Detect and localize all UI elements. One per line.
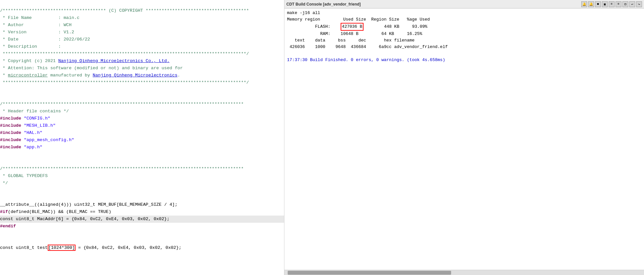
code-line-7: ****************************************… xyxy=(0,51,249,56)
console-line-build-finished: 17:37:30 Build Finished. 0 errors, 0 war… xyxy=(287,57,641,63)
code-line-2: * File Name : main.c xyxy=(0,15,79,20)
array-size-box: [1024*300] xyxy=(48,245,76,251)
console-line-data: 426036 1000 9648 436684 6a9cc adv_vendor… xyxy=(287,44,641,50)
code-line-14: * Header file contains */ xyxy=(0,109,69,114)
toolbar-btn-4[interactable]: ▣ xyxy=(602,1,608,7)
toolbar-btn-8[interactable]: ↩ xyxy=(629,1,635,7)
console-line-col-header: text data bss dec hex filename xyxy=(287,37,641,44)
console-line-make: make -j16 all xyxy=(287,10,641,16)
code-line-19: #include "app.h" xyxy=(0,145,42,150)
console-line-header: Memory region Used Size Region Size %age… xyxy=(287,16,641,23)
nanjing-link[interactable]: Nanjing Qinheng Microelectronics Co., Lt… xyxy=(58,58,169,63)
toolbar-btn-1[interactable]: 🔔 xyxy=(581,1,587,7)
code-line-28: #endif xyxy=(0,224,16,229)
code-line-21: /***************************************… xyxy=(0,166,244,171)
console-title: CDT Build Console [adv_vendor_friend] xyxy=(286,2,361,7)
toolbar-btn-7[interactable]: ⊟ xyxy=(622,1,628,7)
console-line-blank xyxy=(287,50,641,57)
console-header-bar: CDT Build Console [adv_vendor_friend] 🔔 … xyxy=(284,0,644,8)
code-line-8: * Copyright (c) 2021 Nanjing Qinheng Mic… xyxy=(0,58,170,63)
toolbar-btn-9[interactable]: ↪ xyxy=(636,1,642,7)
code-line-1: /***************************************… xyxy=(0,8,249,13)
code-line-10: * microcontroller manufactured by Nanjin… xyxy=(0,73,180,78)
code-editor-panel: /***************************************… xyxy=(0,0,284,275)
code-line-30: const uint8_t test[1024*300] = {0x84, 0x… xyxy=(0,245,181,251)
code-line-3: * Author : WCH xyxy=(0,23,72,27)
code-line-9: * Attention: This software (modified or … xyxy=(0,66,183,71)
code-line-17: #include "HAL.h" xyxy=(0,130,42,135)
cdt-build-console: CDT Build Console [adv_vendor_friend] 🔔 … xyxy=(284,0,644,275)
code-line-5: * Date : 2022/06/22 xyxy=(0,37,90,42)
code-content: /***************************************… xyxy=(0,0,284,266)
code-line-23: */ xyxy=(0,181,8,186)
console-toolbar: 🔔 🔔 ■ ▣ ≡ ≡ ⊟ ↩ ↪ xyxy=(581,1,642,7)
flash-value-box: 427036 B xyxy=(341,23,364,31)
code-line-6: * Description : xyxy=(0,44,61,49)
code-line-4: * Version : V1.2 xyxy=(0,30,74,35)
toolbar-btn-6[interactable]: ≡ xyxy=(616,1,621,7)
code-line-26: #if(defined(BLE_MAC)) && (BLE_MAC == TRU… xyxy=(0,209,111,214)
code-line-25: __attribute__((aligned(4))) uint32_t MEM… xyxy=(0,202,178,207)
code-line-13: /***************************************… xyxy=(0,102,244,106)
console-output[interactable]: make -j16 all Memory region Used Size Re… xyxy=(284,8,644,270)
code-line-16: #include "MESH_LIB.h" xyxy=(0,123,56,128)
code-line-18: #include "app_mesh_config.h" xyxy=(0,138,74,142)
toolbar-btn-2[interactable]: 🔔 xyxy=(588,1,594,7)
nanjing-link2[interactable]: Nanjing Qinheng Microelectronics xyxy=(93,73,178,78)
toolbar-btn-5[interactable]: ≡ xyxy=(609,1,615,7)
toolbar-btn-3[interactable]: ■ xyxy=(595,1,601,7)
code-line-22: * GLOBAL TYPEDEFS xyxy=(0,173,48,178)
code-line-27: const uint8_t MacAddr[6] = {0x84, 0xC2, … xyxy=(0,216,284,223)
console-line-ram: RAM: 10648 B 64 KB 16.25% xyxy=(287,31,641,37)
console-line-flash: FLASH: 427036 B 448 KB 93.09% xyxy=(287,23,641,31)
console-scrollbar-thumb[interactable] xyxy=(288,271,451,275)
console-scrollbar[interactable] xyxy=(284,270,644,275)
code-line-15: #include "CONFIG.h" xyxy=(0,116,50,121)
code-line-11: ****************************************… xyxy=(0,80,249,85)
